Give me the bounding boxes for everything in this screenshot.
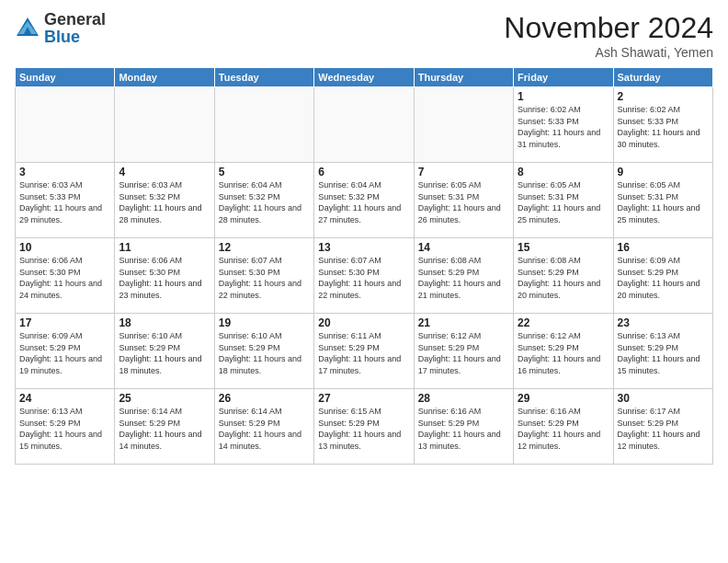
calendar-cell: 21Sunrise: 6:12 AM Sunset: 5:29 PM Dayli… bbox=[414, 314, 513, 389]
header-friday: Friday bbox=[514, 68, 613, 87]
calendar-cell: 22Sunrise: 6:12 AM Sunset: 5:29 PM Dayli… bbox=[514, 314, 613, 389]
header-monday: Monday bbox=[115, 68, 214, 87]
month-title: November 2024 bbox=[504, 11, 713, 45]
header-wednesday: Wednesday bbox=[314, 68, 414, 87]
title-section: November 2024 Ash Shawati, Yemen bbox=[504, 11, 713, 60]
day-info: Sunrise: 6:07 AM Sunset: 5:30 PM Dayligh… bbox=[219, 255, 310, 301]
calendar-cell: 13Sunrise: 6:07 AM Sunset: 5:30 PM Dayli… bbox=[314, 238, 414, 314]
calendar-cell: 4Sunrise: 6:03 AM Sunset: 5:32 PM Daylig… bbox=[115, 163, 214, 238]
day-info: Sunrise: 6:09 AM Sunset: 5:29 PM Dayligh… bbox=[618, 255, 709, 301]
day-number: 22 bbox=[518, 316, 609, 329]
day-number: 25 bbox=[119, 392, 210, 405]
header-thursday: Thursday bbox=[414, 68, 513, 87]
day-info: Sunrise: 6:14 AM Sunset: 5:29 PM Dayligh… bbox=[219, 406, 310, 452]
day-number: 5 bbox=[219, 166, 310, 178]
day-number: 17 bbox=[19, 316, 110, 329]
day-number: 7 bbox=[418, 166, 509, 178]
day-info: Sunrise: 6:05 AM Sunset: 5:31 PM Dayligh… bbox=[518, 179, 609, 225]
calendar-cell bbox=[314, 87, 414, 163]
day-number: 27 bbox=[318, 392, 409, 405]
day-number: 23 bbox=[618, 316, 709, 329]
day-info: Sunrise: 6:13 AM Sunset: 5:29 PM Dayligh… bbox=[618, 330, 709, 376]
calendar-cell: 23Sunrise: 6:13 AM Sunset: 5:29 PM Dayli… bbox=[613, 314, 712, 389]
calendar-cell: 30Sunrise: 6:17 AM Sunset: 5:29 PM Dayli… bbox=[613, 389, 712, 465]
subtitle: Ash Shawati, Yemen bbox=[504, 45, 713, 60]
calendar-cell: 18Sunrise: 6:10 AM Sunset: 5:29 PM Dayli… bbox=[115, 314, 214, 389]
day-info: Sunrise: 6:17 AM Sunset: 5:29 PM Dayligh… bbox=[618, 406, 709, 452]
calendar-cell: 8Sunrise: 6:05 AM Sunset: 5:31 PM Daylig… bbox=[514, 163, 613, 238]
calendar-cell: 1Sunrise: 6:02 AM Sunset: 5:33 PM Daylig… bbox=[514, 87, 613, 163]
day-number: 4 bbox=[119, 166, 210, 178]
day-info: Sunrise: 6:16 AM Sunset: 5:29 PM Dayligh… bbox=[518, 406, 609, 452]
logo-general: General bbox=[44, 10, 106, 29]
day-number: 19 bbox=[219, 316, 310, 329]
day-number: 26 bbox=[219, 392, 310, 405]
calendar-cell bbox=[115, 87, 214, 163]
day-info: Sunrise: 6:10 AM Sunset: 5:29 PM Dayligh… bbox=[219, 330, 310, 376]
header: General Blue November 2024 Ash Shawati, … bbox=[15, 11, 713, 60]
calendar-cell: 17Sunrise: 6:09 AM Sunset: 5:29 PM Dayli… bbox=[16, 314, 115, 389]
calendar-cell bbox=[16, 87, 115, 163]
logo: General Blue bbox=[15, 11, 106, 46]
calendar-header: Sunday Monday Tuesday Wednesday Thursday… bbox=[16, 68, 713, 87]
calendar-week-3: 17Sunrise: 6:09 AM Sunset: 5:29 PM Dayli… bbox=[16, 314, 713, 389]
logo-blue: Blue bbox=[44, 28, 80, 46]
day-info: Sunrise: 6:03 AM Sunset: 5:32 PM Dayligh… bbox=[119, 179, 210, 225]
day-info: Sunrise: 6:08 AM Sunset: 5:29 PM Dayligh… bbox=[518, 255, 609, 301]
calendar-week-0: 1Sunrise: 6:02 AM Sunset: 5:33 PM Daylig… bbox=[16, 87, 713, 163]
day-info: Sunrise: 6:15 AM Sunset: 5:29 PM Dayligh… bbox=[318, 406, 409, 452]
day-number: 24 bbox=[19, 392, 110, 405]
day-info: Sunrise: 6:05 AM Sunset: 5:31 PM Dayligh… bbox=[418, 179, 509, 225]
day-info: Sunrise: 6:12 AM Sunset: 5:29 PM Dayligh… bbox=[518, 330, 609, 376]
day-info: Sunrise: 6:14 AM Sunset: 5:29 PM Dayligh… bbox=[119, 406, 210, 452]
calendar-cell: 16Sunrise: 6:09 AM Sunset: 5:29 PM Dayli… bbox=[613, 238, 712, 314]
calendar-body: 1Sunrise: 6:02 AM Sunset: 5:33 PM Daylig… bbox=[16, 87, 713, 465]
day-info: Sunrise: 6:08 AM Sunset: 5:29 PM Dayligh… bbox=[418, 255, 509, 301]
calendar-cell: 28Sunrise: 6:16 AM Sunset: 5:29 PM Dayli… bbox=[414, 389, 513, 465]
calendar-cell: 12Sunrise: 6:07 AM Sunset: 5:30 PM Dayli… bbox=[214, 238, 313, 314]
calendar-cell: 2Sunrise: 6:02 AM Sunset: 5:33 PM Daylig… bbox=[613, 87, 712, 163]
calendar-cell: 25Sunrise: 6:14 AM Sunset: 5:29 PM Dayli… bbox=[115, 389, 214, 465]
calendar-cell: 15Sunrise: 6:08 AM Sunset: 5:29 PM Dayli… bbox=[514, 238, 613, 314]
day-info: Sunrise: 6:10 AM Sunset: 5:29 PM Dayligh… bbox=[119, 330, 210, 376]
calendar-cell: 24Sunrise: 6:13 AM Sunset: 5:29 PM Dayli… bbox=[16, 389, 115, 465]
calendar-cell bbox=[414, 87, 513, 163]
day-number: 21 bbox=[418, 316, 509, 329]
day-number: 18 bbox=[119, 316, 210, 329]
day-number: 9 bbox=[618, 166, 709, 178]
day-number: 6 bbox=[318, 166, 409, 178]
calendar-week-4: 24Sunrise: 6:13 AM Sunset: 5:29 PM Dayli… bbox=[16, 389, 713, 465]
day-number: 10 bbox=[19, 241, 110, 254]
calendar-cell: 7Sunrise: 6:05 AM Sunset: 5:31 PM Daylig… bbox=[414, 163, 513, 238]
day-info: Sunrise: 6:13 AM Sunset: 5:29 PM Dayligh… bbox=[19, 406, 110, 452]
day-number: 29 bbox=[518, 392, 609, 405]
calendar-cell: 10Sunrise: 6:06 AM Sunset: 5:30 PM Dayli… bbox=[16, 238, 115, 314]
header-sunday: Sunday bbox=[16, 68, 115, 87]
day-info: Sunrise: 6:02 AM Sunset: 5:33 PM Dayligh… bbox=[618, 104, 709, 150]
calendar-cell: 9Sunrise: 6:05 AM Sunset: 5:31 PM Daylig… bbox=[613, 163, 712, 238]
day-number: 13 bbox=[318, 241, 409, 254]
day-number: 20 bbox=[318, 316, 409, 329]
day-info: Sunrise: 6:11 AM Sunset: 5:29 PM Dayligh… bbox=[318, 330, 409, 376]
day-info: Sunrise: 6:05 AM Sunset: 5:31 PM Dayligh… bbox=[618, 179, 709, 225]
day-number: 1 bbox=[518, 90, 609, 103]
header-row: Sunday Monday Tuesday Wednesday Thursday… bbox=[16, 68, 713, 87]
day-number: 30 bbox=[618, 392, 709, 405]
calendar-cell: 26Sunrise: 6:14 AM Sunset: 5:29 PM Dayli… bbox=[214, 389, 313, 465]
day-info: Sunrise: 6:02 AM Sunset: 5:33 PM Dayligh… bbox=[518, 104, 609, 150]
day-number: 12 bbox=[219, 241, 310, 254]
day-info: Sunrise: 6:04 AM Sunset: 5:32 PM Dayligh… bbox=[219, 179, 310, 225]
calendar-cell: 5Sunrise: 6:04 AM Sunset: 5:32 PM Daylig… bbox=[214, 163, 313, 238]
day-info: Sunrise: 6:03 AM Sunset: 5:33 PM Dayligh… bbox=[19, 179, 110, 225]
calendar-week-2: 10Sunrise: 6:06 AM Sunset: 5:30 PM Dayli… bbox=[16, 238, 713, 314]
day-number: 8 bbox=[518, 166, 609, 178]
calendar-cell: 27Sunrise: 6:15 AM Sunset: 5:29 PM Dayli… bbox=[314, 389, 414, 465]
calendar-cell bbox=[214, 87, 313, 163]
day-number: 15 bbox=[518, 241, 609, 254]
day-info: Sunrise: 6:06 AM Sunset: 5:30 PM Dayligh… bbox=[119, 255, 210, 301]
day-info: Sunrise: 6:12 AM Sunset: 5:29 PM Dayligh… bbox=[418, 330, 509, 376]
calendar: Sunday Monday Tuesday Wednesday Thursday… bbox=[15, 67, 713, 465]
day-info: Sunrise: 6:16 AM Sunset: 5:29 PM Dayligh… bbox=[418, 406, 509, 452]
logo-icon bbox=[15, 16, 40, 41]
day-number: 11 bbox=[119, 241, 210, 254]
